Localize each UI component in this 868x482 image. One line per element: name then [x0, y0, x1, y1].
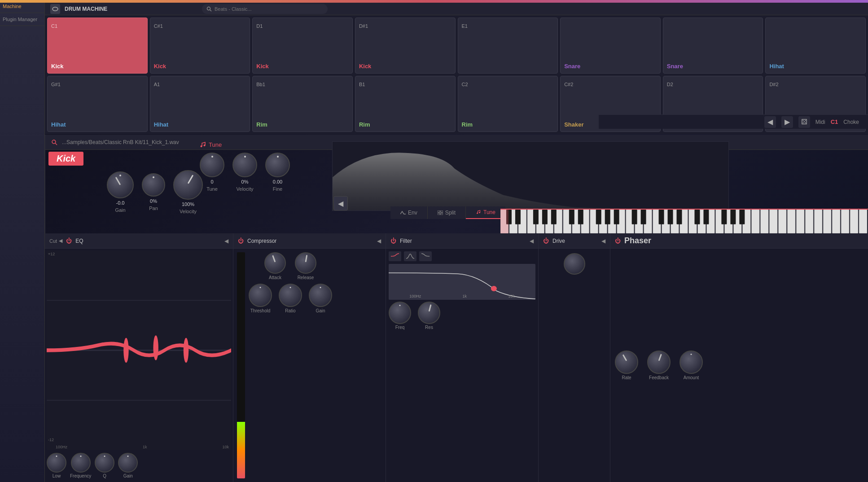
pad-a1-note: A1 [154, 82, 160, 87]
filter-res-knob[interactable] [418, 302, 440, 324]
pad-snare1[interactable]: Snare [560, 18, 661, 74]
fine-knob[interactable] [265, 153, 290, 177]
filter-res-label: Res [425, 325, 433, 330]
compressor-title: Compressor [247, 238, 276, 244]
threshold-knob-container: Threshold [249, 284, 272, 313]
eq-gain-knob[interactable] [118, 453, 138, 473]
phaser-power-icon[interactable]: ⏻ [615, 237, 621, 244]
filter-type-buttons [389, 251, 535, 261]
svg-line-4 [55, 143, 57, 145]
pad-ds1[interactable]: D#1 Kick [355, 18, 456, 74]
tune-velocity-knob[interactable] [232, 153, 257, 177]
drive-title: Drive [552, 238, 565, 244]
pad-bb1[interactable]: Bb1 Rim [252, 76, 353, 132]
drive-collapse-arrow[interactable]: ◀ [601, 238, 605, 244]
pad-c1[interactable]: C1 Kick [47, 18, 148, 74]
svg-rect-9 [438, 213, 440, 215]
svg-point-81 [491, 286, 497, 291]
pad-c1-note: C1 [51, 23, 57, 29]
tab-split[interactable]: Split [428, 206, 466, 219]
threshold-knob[interactable] [249, 284, 272, 307]
drive-knob[interactable] [564, 253, 585, 275]
comp-collapse-arrow[interactable]: ◀ [377, 238, 381, 244]
comp-meter [237, 252, 245, 478]
gain-knob[interactable] [107, 171, 134, 198]
phaser-rate-indicator [623, 354, 627, 361]
pad-b1[interactable]: B1 Rim [355, 76, 456, 132]
release-knob[interactable] [295, 252, 316, 274]
pan-knob[interactable] [142, 173, 165, 197]
sidebar-item-plugin-manager[interactable]: Plugin Manager [0, 13, 44, 26]
phaser-header: ⏻ Phaser [610, 233, 868, 249]
phaser-amount-knob[interactable] [679, 351, 703, 374]
pad-e1[interactable]: E1 [458, 18, 558, 74]
tab-tune[interactable]: Tune [466, 206, 505, 219]
midi-note: C1 [831, 118, 838, 125]
svg-rect-48 [814, 210, 822, 233]
svg-rect-49 [823, 210, 831, 233]
attack-label: Attack [269, 275, 281, 280]
attack-knob[interactable] [264, 252, 286, 274]
filter-power-icon[interactable]: ⏻ [390, 237, 396, 244]
sidebar: Machine Plugin Manager [0, 0, 45, 482]
svg-rect-58 [551, 210, 557, 224]
nav-next-button[interactable]: ▶ [781, 116, 793, 128]
comp-power-icon[interactable]: ⏻ [238, 237, 244, 244]
pad-gs1-name: Hihat [51, 121, 66, 128]
pad-ds1-note: D#1 [359, 23, 368, 29]
filter-type-highpass[interactable] [419, 251, 432, 261]
tab-env[interactable]: Env [390, 206, 428, 219]
tune-label: Tune [206, 186, 218, 192]
svg-rect-73 [739, 210, 745, 224]
ratio-label: Ratio [285, 308, 295, 313]
release-knob-container: Release [295, 252, 316, 280]
search-bar[interactable]: Beats - Classic... [202, 4, 328, 14]
filter-type-bandpass[interactable] [404, 251, 416, 261]
filter-collapse-arrow[interactable]: ◀ [530, 238, 534, 244]
split-icon [438, 210, 443, 215]
svg-rect-69 [694, 210, 700, 224]
pad-cs1[interactable]: C#1 Kick [150, 18, 250, 74]
pan-value: 0% [150, 198, 157, 204]
ratio-knob[interactable] [279, 284, 302, 307]
svg-point-0 [53, 7, 58, 11]
waveform-back-button[interactable]: ◀ [333, 196, 348, 210]
tune-knob[interactable] [200, 153, 224, 177]
compressor-body: Attack Release Threshol [233, 249, 386, 482]
eq-freq-knob[interactable] [71, 453, 91, 473]
filter-type-lowpass[interactable] [389, 251, 401, 261]
eq-q-knob[interactable] [95, 453, 114, 473]
nav-prev-button[interactable]: ◀ [764, 116, 776, 128]
drive-body [539, 249, 610, 482]
comp-gain-knob[interactable] [309, 284, 332, 307]
pad-c2[interactable]: C2 Rim [458, 76, 558, 132]
fine-knob-container: 0.00 Fine [265, 153, 290, 192]
comp-trg-row: Threshold Ratio Gain [249, 284, 332, 313]
drive-power-icon[interactable]: ⏻ [543, 237, 549, 244]
phaser-amount-dot [691, 354, 692, 355]
waveform-display [332, 141, 729, 211]
pad-hihat-r[interactable]: Hihat [765, 18, 866, 74]
phaser-rate-knob[interactable] [615, 351, 638, 374]
dice-button[interactable]: ⚄ [798, 116, 810, 128]
pad-ds1-name: Kick [359, 63, 371, 70]
eq-panel-header: Cut ◀ ⏻ EQ ◀ [45, 233, 233, 249]
pad-a1[interactable]: A1 Hihat [150, 76, 250, 132]
pad-gs1[interactable]: G#1 Hihat [47, 76, 148, 132]
pad-d1-name: Kick [256, 63, 268, 70]
pad-hihat-r-name: Hihat [769, 63, 784, 70]
eq-power-icon[interactable]: ⏻ [66, 237, 72, 244]
pad-b1-note: B1 [359, 82, 365, 87]
pad-d1[interactable]: D1 Kick [252, 18, 353, 74]
eq-knobs-row: Low Frequency Q [47, 451, 231, 480]
eq-low-knob[interactable] [47, 453, 66, 473]
pad-snare2[interactable]: Snare [663, 18, 763, 74]
svg-point-3 [52, 140, 56, 144]
filter-freq-knob[interactable] [389, 302, 411, 324]
eq-gain-dot [127, 456, 129, 457]
env-icon [400, 210, 406, 215]
phaser-feedback-knob[interactable] [647, 351, 671, 374]
eq-collapse-arrow[interactable]: ◀ [224, 238, 228, 244]
tune-velocity-label: Velocity [237, 186, 254, 192]
eq-low-container: Low [47, 453, 66, 478]
